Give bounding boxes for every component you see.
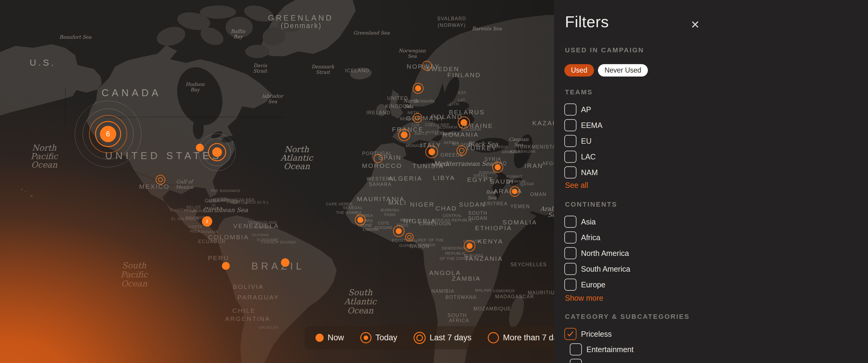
filters-panel[interactable]: Filters ✕ USED IN CAMPAIGN Used Never Us… xyxy=(554,0,868,363)
see-all-link[interactable]: See all xyxy=(565,181,588,190)
checkbox-label: EEMA xyxy=(581,121,602,130)
checkbox-unchecked[interactable] xyxy=(564,278,577,291)
checkbox-unchecked[interactable] xyxy=(570,343,582,356)
marker-count: 6 xyxy=(100,126,116,142)
checkbox-unchecked[interactable] xyxy=(570,359,582,363)
now-icon xyxy=(315,334,323,342)
checkbox-unchecked[interactable] xyxy=(564,135,577,147)
checkbox-label: AP xyxy=(581,105,591,114)
marker-ring xyxy=(457,145,467,156)
checkbox-unchecked[interactable] xyxy=(564,216,577,228)
marker-dot xyxy=(467,243,473,249)
legend-item-older[interactable]: More than 7 days ago xyxy=(488,332,565,343)
checkbox-label: NAM xyxy=(581,168,598,177)
marker-dot xyxy=(428,148,435,155)
marker-dot xyxy=(222,262,230,270)
checkbox-unchecked[interactable] xyxy=(564,247,577,259)
marker-dot xyxy=(461,119,467,126)
checkbox-unchecked[interactable] xyxy=(564,231,577,243)
category-checkbox-row[interactable] xyxy=(570,359,582,363)
used-pill[interactable]: Used xyxy=(564,64,594,76)
continent-checkbox-asia[interactable]: Asia xyxy=(564,216,596,228)
checkbox-label: LAC xyxy=(581,153,596,161)
checkbox-label: EU xyxy=(581,137,592,145)
legend-last-7-days-label: Last 7 days xyxy=(430,333,471,342)
continent-checkbox-europe[interactable]: Europe xyxy=(564,278,606,291)
used-in-campaign-header: USED IN CAMPAIGN xyxy=(565,46,644,54)
marker-dot xyxy=(281,258,289,267)
category-checkbox-entertainment[interactable]: Entertainment xyxy=(570,343,634,356)
checkbox-label: Priceless xyxy=(581,330,612,338)
checkbox-label: Europe xyxy=(581,280,606,289)
marker-count: 2 xyxy=(202,216,212,227)
marker-dot xyxy=(512,189,518,194)
category-checkbox-priceless[interactable]: Priceless xyxy=(564,328,612,340)
team-checkbox-nam[interactable]: NAM xyxy=(564,166,598,178)
team-checkbox-eema[interactable]: EEMA xyxy=(564,119,602,131)
marker-dot xyxy=(415,85,421,91)
teams-header: TEAMS xyxy=(565,88,593,96)
checkbox-unchecked[interactable] xyxy=(564,119,577,131)
checkbox-unchecked[interactable] xyxy=(564,103,577,116)
category-header: CATEGORY & SUBCATEGORIES xyxy=(565,313,690,321)
continent-checkbox-north-america[interactable]: North America xyxy=(564,247,629,259)
marker-dot xyxy=(357,217,363,223)
marker-dot xyxy=(495,164,501,170)
continent-checkbox-africa[interactable]: Africa xyxy=(564,231,600,243)
marker-ring xyxy=(422,61,432,70)
legend-item-last-7-days[interactable]: Last 7 days xyxy=(413,332,471,344)
legend-item-now[interactable]: Now xyxy=(315,333,344,342)
checkbox-label: Africa xyxy=(581,233,600,242)
legend-today-label: Today xyxy=(375,333,397,342)
continents-header: CONTINENTS xyxy=(565,201,617,208)
last-7-days-icon xyxy=(413,332,426,344)
marker-ring xyxy=(405,233,413,241)
checkbox-label: Asia xyxy=(581,218,596,226)
marker-ring xyxy=(156,175,165,185)
team-checkbox-lac[interactable]: LAC xyxy=(564,151,596,163)
marker-ring xyxy=(413,113,422,123)
marker-dot xyxy=(212,147,222,157)
checkbox-unchecked[interactable] xyxy=(564,151,577,163)
checkbox-unchecked[interactable] xyxy=(564,263,577,275)
show-more-link[interactable]: Show more xyxy=(565,294,603,302)
map-legend: Now Today Last 7 days More than 7 days a… xyxy=(305,326,565,350)
checkbox-unchecked[interactable] xyxy=(564,166,577,178)
continent-checkbox-south-america[interactable]: South America xyxy=(564,263,630,275)
never-used-pill[interactable]: Never Used xyxy=(598,64,648,76)
team-checkbox-ap[interactable]: AP xyxy=(564,103,591,116)
checkbox-label: South America xyxy=(581,265,630,273)
today-icon xyxy=(360,332,371,343)
filters-title: Filters xyxy=(565,13,609,31)
close-icon[interactable]: ✕ xyxy=(687,17,703,33)
marker-dot xyxy=(401,132,407,138)
legend-now-label: Now xyxy=(328,333,344,342)
used-in-campaign-toggle: Used Never Used xyxy=(564,64,648,76)
campaign-map-screen: U.S.CANADAUNITED STATESBRAZILGREENLAND(D… xyxy=(0,0,868,363)
checkbox-checked[interactable] xyxy=(564,328,577,340)
marker-ring xyxy=(374,154,383,163)
checkbox-label: Entertainment xyxy=(586,345,634,354)
marker-dot xyxy=(396,228,402,234)
more-than-7-days-icon xyxy=(488,332,499,343)
legend-item-today[interactable]: Today xyxy=(360,332,397,343)
checkbox-label: North America xyxy=(581,249,629,258)
team-checkbox-eu[interactable]: EU xyxy=(564,135,592,147)
